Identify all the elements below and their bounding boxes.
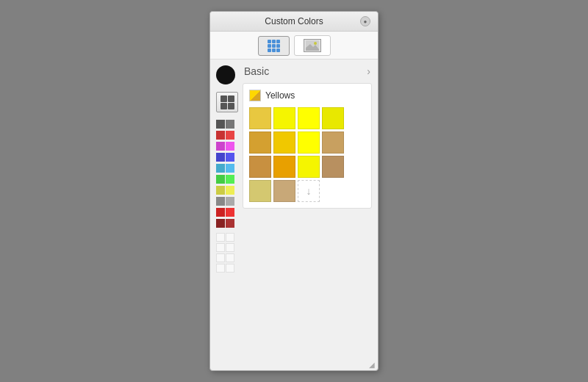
- yellows-icon: [249, 90, 261, 101]
- yellows-label: Yellows: [265, 90, 295, 101]
- empty-swatch: [216, 264, 225, 273]
- empty-row: [216, 264, 237, 273]
- custom-colors-dialog: Custom Colors ●: [209, 11, 379, 371]
- swatch[interactable]: [226, 153, 234, 162]
- grid-tab[interactable]: [258, 36, 290, 56]
- color-cell[interactable]: [249, 180, 271, 202]
- image-tab[interactable]: [294, 35, 331, 56]
- swatch-row-darkred: [216, 208, 237, 217]
- empty-swatch: [226, 233, 234, 242]
- swatch[interactable]: [216, 142, 225, 151]
- empty-row: [216, 243, 237, 252]
- swatch[interactable]: [226, 131, 234, 140]
- empty-swatch: [216, 253, 225, 262]
- swatch-row-verydarkred: [216, 219, 237, 228]
- resize-handle[interactable]: ◢: [369, 361, 375, 369]
- dialog-title: Custom Colors: [228, 16, 360, 26]
- color-cell[interactable]: [249, 107, 271, 129]
- swatch[interactable]: [226, 219, 234, 228]
- swatch-row-blue: [216, 153, 237, 162]
- color-cell[interactable]: [273, 156, 295, 178]
- color-cell[interactable]: [298, 131, 320, 154]
- color-cell[interactable]: [298, 156, 320, 178]
- color-cell[interactable]: [322, 131, 344, 154]
- empty-swatch: [216, 233, 225, 242]
- preview-button[interactable]: [216, 92, 238, 112]
- swatch-row-neutral: [216, 197, 237, 206]
- color-cell[interactable]: [249, 131, 271, 154]
- swatch-row-green: [216, 175, 237, 184]
- swatch-row-cyan: [216, 164, 237, 173]
- chevron-right-icon[interactable]: ›: [367, 65, 370, 77]
- swatch[interactable]: [216, 164, 225, 173]
- color-cell[interactable]: [273, 180, 295, 202]
- swatch[interactable]: [226, 142, 234, 151]
- close-icon: ●: [364, 18, 368, 25]
- swatch-row-yellowgreen: [216, 186, 237, 195]
- empty-swatch: [226, 253, 234, 262]
- color-cell[interactable]: [322, 156, 344, 178]
- grid-icon: [268, 40, 280, 52]
- swatch[interactable]: [216, 208, 225, 217]
- title-bar: Custom Colors ●: [210, 12, 378, 32]
- empty-swatch: [216, 243, 225, 252]
- swatch[interactable]: [216, 120, 225, 129]
- color-grid: ↓: [249, 107, 365, 202]
- swatch-row-gray1: [216, 120, 237, 129]
- empty-swatch-section: [216, 233, 237, 273]
- swatch[interactable]: [226, 164, 234, 173]
- swatch[interactable]: [216, 219, 225, 228]
- swatch[interactable]: [216, 153, 225, 162]
- swatch-row-magenta: [216, 142, 237, 151]
- left-panel: [216, 65, 237, 364]
- svg-point-2: [314, 42, 317, 45]
- swatch[interactable]: [216, 186, 225, 195]
- right-panel: Basic › Yellows: [243, 65, 372, 364]
- swatch[interactable]: [226, 175, 234, 184]
- empty-swatch: [226, 243, 234, 252]
- color-cell[interactable]: [298, 107, 320, 129]
- empty-swatch: [226, 264, 234, 273]
- empty-row: [216, 233, 237, 242]
- color-cell[interactable]: [322, 107, 344, 129]
- color-cell-empty[interactable]: ↓: [298, 180, 320, 202]
- color-cell[interactable]: [249, 156, 271, 178]
- swatch[interactable]: [216, 197, 225, 206]
- swatch[interactable]: [216, 175, 225, 184]
- swatch-row-red: [216, 131, 237, 140]
- download-icon: ↓: [306, 185, 312, 197]
- color-cell[interactable]: [273, 107, 295, 129]
- image-icon: [304, 39, 321, 52]
- color-cell[interactable]: [273, 131, 295, 154]
- swatch[interactable]: [226, 197, 234, 206]
- main-content: Basic › Yellows: [210, 60, 378, 370]
- tab-row: [210, 32, 378, 60]
- swatch[interactable]: [226, 186, 234, 195]
- close-button[interactable]: ●: [360, 16, 370, 26]
- basic-label: Basic: [244, 65, 269, 77]
- empty-row: [216, 253, 237, 262]
- color-circle: [216, 65, 235, 84]
- grid-view-icon: [220, 96, 234, 109]
- swatch[interactable]: [226, 208, 234, 217]
- color-cell-empty: [322, 180, 344, 202]
- swatch[interactable]: [216, 131, 225, 140]
- basic-header: Basic ›: [243, 65, 372, 77]
- yellows-section: Yellows: [243, 83, 372, 209]
- swatch[interactable]: [226, 120, 234, 129]
- yellows-title: Yellows: [249, 90, 365, 101]
